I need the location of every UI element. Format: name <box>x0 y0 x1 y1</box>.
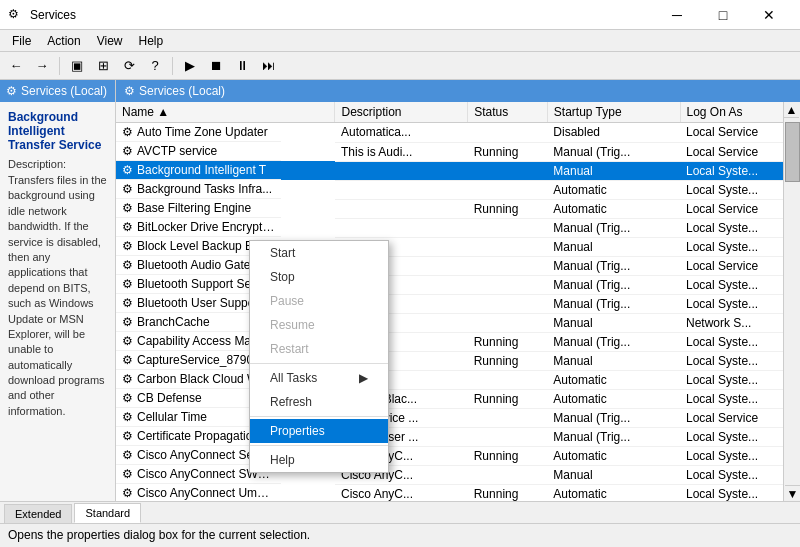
menu-help[interactable]: Help <box>131 30 172 51</box>
context-menu-item[interactable]: Pause <box>250 289 388 313</box>
cell-status <box>468 218 548 237</box>
service-icon: ⚙ <box>122 334 133 348</box>
view-button[interactable]: ⊞ <box>91 55 115 77</box>
up-button[interactable]: ▣ <box>65 55 89 77</box>
table-row[interactable]: ⚙ BranchCache Manual Network S... <box>116 313 800 332</box>
context-menu-separator <box>250 416 388 417</box>
menu-view[interactable]: View <box>89 30 131 51</box>
context-menu-item[interactable]: Start <box>250 241 388 265</box>
service-icon: ⚙ <box>122 353 133 367</box>
cell-description: Automatica... <box>335 123 468 143</box>
context-menu-item[interactable]: Help <box>250 448 388 472</box>
cell-startup: Automatic <box>547 389 680 408</box>
cell-logon: Local Syste... <box>680 446 799 465</box>
tab-extended[interactable]: Extended <box>4 504 72 523</box>
service-icon: ⚙ <box>122 467 133 481</box>
services-table[interactable]: Name ▲ Description Status Startup Type L… <box>116 102 800 501</box>
context-menu-item[interactable]: Refresh <box>250 390 388 414</box>
cell-startup: Automatic <box>547 484 680 501</box>
service-icon: ⚙ <box>122 258 133 272</box>
app-icon: ⚙ <box>8 7 24 23</box>
refresh-toolbar-button[interactable]: ⟳ <box>117 55 141 77</box>
cell-logon: Local Service <box>680 142 799 161</box>
cell-logon: Local Syste... <box>680 294 799 313</box>
table-row[interactable]: ⚙ CB Defense Carbon Blac... Running Auto… <box>116 389 800 408</box>
cell-logon: Local Syste... <box>680 484 799 501</box>
play-button[interactable]: ▶ <box>178 55 202 77</box>
forward-button[interactable]: → <box>30 55 54 77</box>
table-row[interactable]: ⚙ Background Intelligent T Manual Local … <box>116 161 800 180</box>
status-text: Opens the properties dialog box for the … <box>8 528 310 542</box>
cell-logon: Local Syste... <box>680 275 799 294</box>
cell-startup: Manual (Trig... <box>547 256 680 275</box>
cell-startup: Manual <box>547 237 680 256</box>
cell-name: ⚙ Base Filtering Engine <box>116 199 281 218</box>
table-row[interactable]: ⚙ Certificate Propagation Copies user ..… <box>116 427 800 446</box>
cell-startup: Manual (Trig... <box>547 218 680 237</box>
title-bar: ⚙ Services ─ □ ✕ <box>0 0 800 30</box>
cell-description: Cisco AnyC... <box>335 484 468 501</box>
scroll-up-button[interactable]: ▲ <box>784 102 799 118</box>
resume-button[interactable]: ⏭ <box>256 55 280 77</box>
table-row[interactable]: ⚙ Bluetooth Audio Gatew... Manual (Trig.… <box>116 256 800 275</box>
window-controls: ─ □ ✕ <box>654 0 792 30</box>
table-row[interactable]: ⚙ Cisco AnyConnect Secure ... Cisco AnyC… <box>116 446 800 465</box>
table-row[interactable]: ⚙ Bluetooth Support Serv... Manual (Trig… <box>116 275 800 294</box>
cell-logon: Local Service <box>680 256 799 275</box>
menu-bar: File Action View Help <box>0 30 800 52</box>
col-name[interactable]: Name ▲ <box>116 102 335 123</box>
pause-button[interactable]: ⏸ <box>230 55 254 77</box>
scrollbar-thumb[interactable] <box>785 122 800 182</box>
context-menu-item[interactable]: Restart <box>250 337 388 361</box>
table-row[interactable]: ⚙ Cisco AnyConnect Umbrell... Cisco AnyC… <box>116 484 800 501</box>
scrollbar-track[interactable]: ▲ ▼ <box>783 102 800 501</box>
context-menu-item[interactable]: Stop <box>250 265 388 289</box>
maximize-button[interactable]: □ <box>700 0 746 30</box>
table-row[interactable]: ⚙ AVCTP service This is Audi... Running … <box>116 142 800 161</box>
table-row[interactable]: ⚙ Auto Time Zone Updater Automatica... D… <box>116 123 800 143</box>
stop-button[interactable]: ⏹ <box>204 55 228 77</box>
table-row[interactable]: ⚙ BitLocker Drive Encrypti... Manual (Tr… <box>116 218 800 237</box>
right-panel-gear-icon: ⚙ <box>124 84 135 98</box>
scroll-down-button[interactable]: ▼ <box>785 485 800 501</box>
context-menu-item[interactable]: Resume <box>250 313 388 337</box>
table-row[interactable]: ⚙ CaptureService_8790b Running Manual Lo… <box>116 351 800 370</box>
cell-name: ⚙ AVCTP service <box>116 142 281 161</box>
back-button[interactable]: ← <box>4 55 28 77</box>
toolbar: ← → ▣ ⊞ ⟳ ? ▶ ⏹ ⏸ ⏭ <box>0 52 800 80</box>
selected-service-title: Background Intelligent Transfer Service <box>8 110 107 152</box>
minimize-button[interactable]: ─ <box>654 0 700 30</box>
menu-file[interactable]: File <box>4 30 39 51</box>
table-row[interactable]: ⚙ Cisco AnyConnect SWG Ag... Cisco AnyC.… <box>116 465 800 484</box>
table-row[interactable]: ⚙ Bluetooth User Support... Manual (Trig… <box>116 294 800 313</box>
col-startup[interactable]: Startup Type <box>547 102 680 123</box>
table-row[interactable]: ⚙ Capability Access Mana... Running Manu… <box>116 332 800 351</box>
cell-startup: Manual (Trig... <box>547 332 680 351</box>
cell-logon: Local Syste... <box>680 180 799 199</box>
cell-logon: Local Service <box>680 408 799 427</box>
cell-startup: Manual <box>547 313 680 332</box>
col-description[interactable]: Description <box>335 102 468 123</box>
tab-standard[interactable]: Standard <box>74 503 141 523</box>
cell-status <box>468 313 548 332</box>
table-row[interactable]: ⚙ Cellular Time This service ... Manual … <box>116 408 800 427</box>
col-status[interactable]: Status <box>468 102 548 123</box>
menu-action[interactable]: Action <box>39 30 88 51</box>
table-row[interactable]: ⚙ Carbon Black Cloud WS... Automatic Loc… <box>116 370 800 389</box>
table-row[interactable]: ⚙ Base Filtering Engine Running Automati… <box>116 199 800 218</box>
service-icon: ⚙ <box>122 125 133 139</box>
service-icon: ⚙ <box>122 220 133 234</box>
cell-name: ⚙ BitLocker Drive Encrypti... <box>116 218 281 237</box>
service-icon: ⚙ <box>122 448 133 462</box>
help-button[interactable]: ? <box>143 55 167 77</box>
cell-startup: Manual (Trig... <box>547 275 680 294</box>
col-logon[interactable]: Log On As <box>680 102 799 123</box>
table-row[interactable]: ⚙ Background Tasks Infra... Automatic Lo… <box>116 180 800 199</box>
close-button[interactable]: ✕ <box>746 0 792 30</box>
service-icon: ⚙ <box>122 391 133 405</box>
status-bar: Opens the properties dialog box for the … <box>0 523 800 545</box>
context-menu-item[interactable]: All Tasks▶ <box>250 366 388 390</box>
cell-status <box>468 465 548 484</box>
context-menu-item[interactable]: Properties <box>250 419 388 443</box>
table-row[interactable]: ⚙ Block Level Backup Eng... Manual Local… <box>116 237 800 256</box>
